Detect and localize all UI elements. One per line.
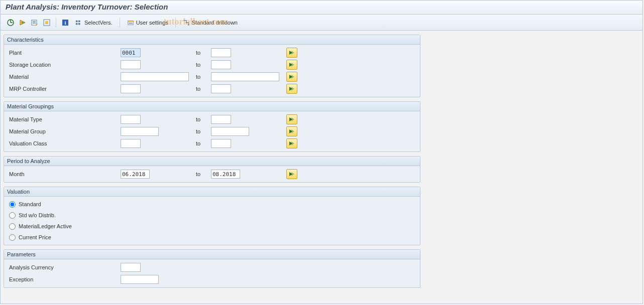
content-area: Characteristics Plant to Storage Locatio… — [1, 31, 642, 296]
material-group-from-input[interactable] — [121, 127, 159, 136]
svg-marker-41 — [291, 141, 294, 145]
svg-rect-16 — [78, 20, 80, 22]
month-multi-select-button[interactable] — [286, 169, 297, 179]
plant-to-input[interactable] — [211, 48, 231, 57]
svg-rect-7 — [33, 22, 36, 23]
svg-marker-37 — [291, 117, 294, 121]
valuation-class-to-input[interactable] — [211, 139, 231, 148]
user-settings-button[interactable]: User settings — [124, 18, 171, 27]
svg-rect-17 — [78, 23, 80, 25]
material-to-input[interactable] — [211, 72, 279, 81]
svg-marker-39 — [291, 129, 294, 133]
material-group-to-input[interactable] — [211, 127, 249, 136]
material-type-label: Material Type — [7, 116, 121, 122]
material-type-row: Material Type to — [7, 113, 417, 125]
material-from-input[interactable] — [121, 72, 189, 81]
to-label: to — [196, 116, 211, 122]
material-type-to-input[interactable] — [211, 115, 231, 124]
mrp-controller-from-input[interactable] — [121, 84, 141, 93]
storage-location-row: Storage Location to — [7, 59, 417, 71]
plant-from-input[interactable] — [121, 48, 141, 57]
svg-rect-8 — [33, 23, 36, 24]
valuation-standard-radio[interactable] — [9, 201, 16, 208]
select-version-button[interactable]: SelectVers. — [72, 18, 116, 27]
mrp-controller-multi-select-button[interactable] — [286, 84, 297, 94]
material-group-label: Material Group — [7, 128, 121, 134]
material-type-multi-select-button[interactable] — [286, 114, 297, 124]
valuation-class-label: Valuation Class — [7, 140, 121, 146]
valuation-std-wo-distrib-radio[interactable] — [9, 212, 16, 219]
characteristics-group: Characteristics Plant to Storage Locatio… — [4, 35, 420, 97]
material-groupings-group: Material Groupings Material Type to Mate… — [4, 101, 420, 152]
svg-rect-21 — [128, 21, 133, 22]
mrp-controller-label: MRP Controller — [7, 86, 121, 92]
toolbar: i SelectVers. User settings Standard dri… — [1, 15, 642, 31]
svg-text:i: i — [64, 20, 66, 26]
material-row: Material to — [7, 71, 417, 83]
material-multi-select-button[interactable] — [286, 72, 297, 82]
valuation-class-from-input[interactable] — [121, 139, 141, 148]
valuation-current-price-radio[interactable] — [9, 234, 16, 241]
valuation-standard-row[interactable]: Standard — [7, 199, 417, 210]
valuation-ml-active-radio[interactable] — [9, 223, 16, 230]
analysis-currency-input[interactable] — [121, 263, 141, 272]
to-label: to — [196, 128, 211, 134]
valuation-ml-active-row[interactable]: MaterialLedger Active — [7, 221, 417, 232]
mrp-controller-row: MRP Controller to — [7, 83, 417, 95]
valuation-group: Valuation Standard Std w/o Distrib. Mate… — [4, 187, 420, 245]
plant-label: Plant — [7, 50, 121, 56]
svg-marker-43 — [291, 172, 294, 176]
execute-print-icon[interactable] — [18, 18, 28, 28]
user-settings-label: User settings — [136, 20, 168, 26]
plant-multi-select-button[interactable] — [286, 48, 297, 58]
svg-rect-14 — [76, 20, 78, 22]
svg-point-25 — [183, 20, 185, 21]
material-group-row: Material Group to — [7, 125, 417, 137]
parameters-title: Parameters — [4, 250, 420, 259]
valuation-standard-label: Standard — [19, 201, 41, 207]
period-group: Period to Analyze Month to — [4, 156, 420, 183]
plant-row: Plant to — [7, 47, 417, 59]
analysis-currency-label: Analysis Currency — [7, 264, 121, 270]
month-label: Month — [7, 171, 121, 177]
page-title: Plant Analysis: Inventory Turnover: Sele… — [1, 1, 642, 15]
storage-location-from-input[interactable] — [121, 60, 141, 69]
valuation-std-wo-distrib-row[interactable]: Std w/o Distrib. — [7, 210, 417, 221]
valuation-current-price-row[interactable]: Current Price — [7, 232, 417, 243]
selection-options-icon[interactable] — [42, 18, 52, 28]
svg-rect-11 — [45, 21, 48, 24]
material-group-multi-select-button[interactable] — [286, 126, 297, 136]
month-to-input[interactable] — [211, 170, 240, 179]
month-row: Month to — [7, 168, 417, 180]
to-label: to — [196, 50, 211, 56]
standard-drilldown-button[interactable]: Standard drilldown — [180, 18, 241, 27]
svg-marker-35 — [291, 87, 294, 91]
valuation-std-wo-distrib-label: Std w/o Distrib. — [19, 212, 56, 218]
mrp-controller-to-input[interactable] — [211, 84, 231, 93]
to-label: to — [196, 171, 211, 177]
svg-rect-15 — [76, 23, 78, 25]
title-text: Plant Analysis: Inventory Turnover: Sele… — [6, 3, 168, 11]
info-icon[interactable]: i — [60, 18, 70, 28]
svg-rect-23 — [130, 23, 131, 24]
valuation-current-price-label: Current Price — [19, 234, 51, 240]
material-type-from-input[interactable] — [121, 115, 141, 124]
exception-input[interactable] — [121, 275, 159, 284]
valuation-class-multi-select-button[interactable] — [286, 138, 297, 148]
svg-rect-24 — [131, 23, 132, 24]
get-variant-icon[interactable] — [30, 18, 40, 28]
exception-row: Exception — [7, 273, 417, 285]
storage-location-multi-select-button[interactable] — [286, 60, 297, 70]
valuation-title: Valuation — [4, 187, 420, 197]
characteristics-title: Characteristics — [4, 35, 420, 45]
valuation-class-row: Valuation Class to — [7, 137, 417, 149]
toolbar-separator — [120, 18, 120, 28]
to-label: to — [196, 74, 211, 80]
storage-location-to-input[interactable] — [211, 60, 231, 69]
execute-icon[interactable] — [6, 18, 16, 28]
month-from-input[interactable] — [121, 170, 150, 179]
valuation-ml-active-label: MaterialLedger Active — [19, 223, 72, 229]
svg-marker-29 — [291, 51, 294, 55]
svg-point-26 — [186, 22, 187, 23]
to-label: to — [196, 140, 211, 146]
